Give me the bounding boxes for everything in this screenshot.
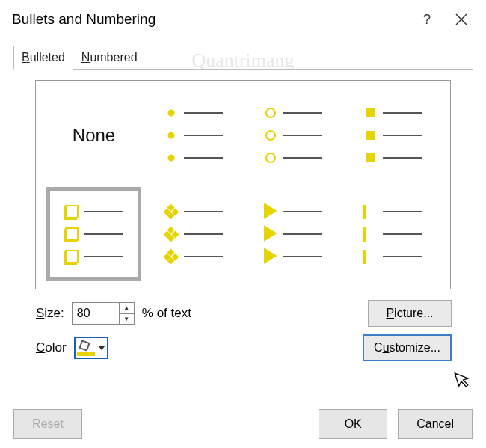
bullet-option-diamonds[interactable]: [146, 187, 241, 281]
check-icon: [363, 205, 366, 219]
square-icon: [366, 108, 375, 117]
bullet-option-arrow[interactable]: [245, 187, 340, 281]
tab-numbered[interactable]: Numbered: [73, 46, 146, 70]
hollow-box-icon: [65, 205, 79, 218]
diamonds-icon: [164, 227, 178, 241]
bullet-option-hollow-box[interactable]: [46, 187, 141, 281]
size-suffix: % of text: [142, 306, 191, 321]
customize-button[interactable]: Customize...: [363, 334, 452, 361]
diamonds-icon: [164, 205, 178, 218]
arrow-icon: [264, 221, 277, 245]
spinner-down[interactable]: ▼: [120, 314, 134, 325]
tab-bar: Bulleted Numbered: [13, 45, 473, 70]
bullets-numbering-dialog: Bullets and Numbering ? Quantrimang Bull…: [1, 1, 485, 447]
bullet-option-none[interactable]: None: [46, 88, 141, 182]
titlebar: Bullets and Numbering ?: [1, 1, 485, 37]
dialog-title: Bullets and Numbering: [12, 11, 410, 28]
controls-area: Size: ▲ ▼ % of text Picture... Color: [13, 300, 473, 361]
hollow-box-icon: [65, 250, 79, 263]
spinner-up[interactable]: ▲: [120, 303, 134, 314]
bullet-option-dot[interactable]: [146, 88, 241, 182]
reset-button: Reset: [13, 409, 82, 439]
ok-button[interactable]: OK: [319, 409, 387, 439]
size-spinner[interactable]: ▲ ▼: [72, 302, 135, 325]
dot-icon: [164, 151, 178, 165]
bullet-option-ring[interactable]: [245, 88, 340, 182]
cancel-button[interactable]: Cancel: [398, 409, 473, 439]
bullet-option-check[interactable]: [345, 187, 440, 281]
dialog-content: Bulleted Numbered None: [1, 37, 485, 369]
color-label: Color: [36, 340, 67, 355]
size-input[interactable]: [73, 303, 119, 324]
chevron-down-icon: [98, 346, 105, 350]
mouse-cursor-icon: [453, 368, 475, 395]
arrow-icon: [264, 244, 277, 268]
check-icon: [363, 227, 366, 242]
close-icon: [455, 13, 467, 25]
close-button[interactable]: [444, 4, 479, 34]
diamonds-icon: [164, 250, 178, 263]
square-icon: [366, 153, 375, 162]
picture-button[interactable]: Picture...: [368, 300, 452, 327]
check-icon: [363, 250, 366, 264]
bullet-option-square[interactable]: [345, 88, 440, 182]
none-label: None: [73, 125, 115, 146]
dot-icon: [164, 129, 178, 142]
square-icon: [366, 131, 375, 140]
ring-icon: [265, 153, 276, 163]
arrow-icon: [264, 199, 277, 223]
help-button[interactable]: ?: [410, 4, 444, 34]
paint-bucket-icon: [77, 340, 95, 356]
ring-icon: [265, 108, 276, 118]
color-picker[interactable]: [74, 337, 108, 359]
hollow-box-icon: [65, 227, 79, 241]
bullet-style-panel: None: [35, 80, 451, 289]
tab-bulleted[interactable]: Bulleted: [13, 46, 73, 70]
dialog-footer: Reset OK Cancel: [13, 409, 473, 439]
dot-icon: [164, 106, 178, 120]
ring-icon: [265, 130, 276, 141]
size-label: Size:: [36, 306, 64, 321]
